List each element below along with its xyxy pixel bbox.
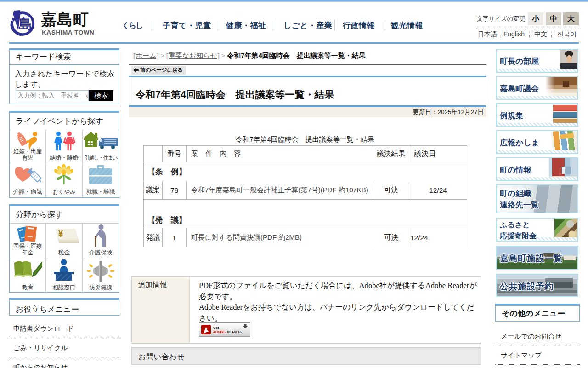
svg-text:島: 島 <box>18 17 32 32</box>
svg-text:ADOBE® READER®: ADOBE® READER® <box>213 330 242 334</box>
svg-text:Get: Get <box>213 326 219 330</box>
